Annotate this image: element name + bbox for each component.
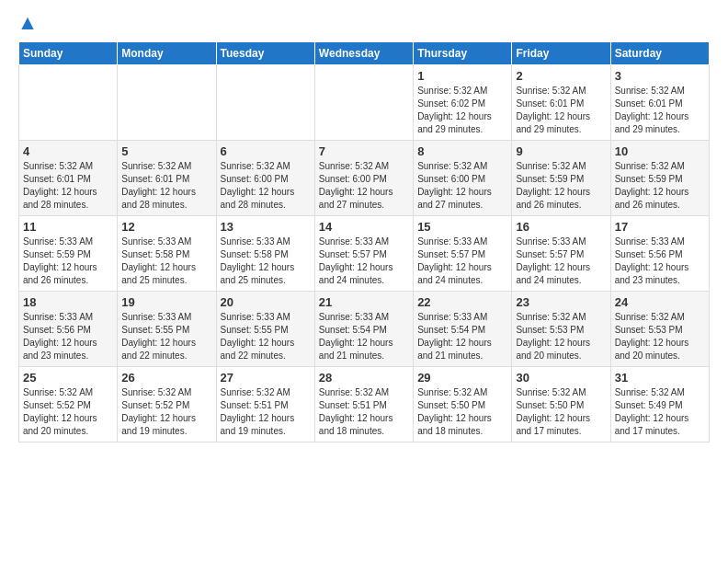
page-header — [18, 15, 710, 34]
day-info: Sunrise: 5:32 AM Sunset: 5:53 PM Dayligh… — [615, 311, 705, 362]
header-row: SundayMondayTuesdayWednesdayThursdayFrid… — [19, 42, 710, 65]
day-cell: 7Sunrise: 5:32 AM Sunset: 6:00 PM Daylig… — [314, 141, 413, 216]
day-info: Sunrise: 5:32 AM Sunset: 5:50 PM Dayligh… — [516, 386, 606, 438]
day-info: Sunrise: 5:32 AM Sunset: 5:59 PM Dayligh… — [516, 160, 606, 212]
day-number: 17 — [615, 220, 705, 234]
day-cell: 17Sunrise: 5:33 AM Sunset: 5:56 PM Dayli… — [610, 216, 709, 292]
day-info: Sunrise: 5:32 AM Sunset: 5:59 PM Dayligh… — [615, 160, 705, 212]
day-info: Sunrise: 5:33 AM Sunset: 5:59 PM Dayligh… — [23, 236, 113, 287]
day-cell: 29Sunrise: 5:32 AM Sunset: 5:50 PM Dayli… — [414, 367, 512, 442]
col-header-saturday: Saturday — [610, 42, 709, 65]
day-number: 15 — [417, 220, 507, 234]
day-info: Sunrise: 5:32 AM Sunset: 5:52 PM Dayligh… — [121, 386, 211, 438]
day-info: Sunrise: 5:32 AM Sunset: 5:53 PM Dayligh… — [516, 311, 606, 362]
svg-marker-0 — [21, 17, 33, 29]
week-row-1: 1Sunrise: 5:32 AM Sunset: 6:02 PM Daylig… — [19, 65, 710, 141]
day-number: 5 — [121, 144, 211, 158]
day-info: Sunrise: 5:33 AM Sunset: 5:58 PM Dayligh… — [121, 236, 211, 287]
day-number: 16 — [516, 220, 606, 234]
day-cell: 11Sunrise: 5:33 AM Sunset: 5:59 PM Dayli… — [19, 216, 118, 292]
day-cell: 12Sunrise: 5:33 AM Sunset: 5:58 PM Dayli… — [118, 216, 216, 292]
day-number: 24 — [615, 295, 705, 309]
day-info: Sunrise: 5:33 AM Sunset: 5:56 PM Dayligh… — [615, 236, 705, 287]
day-cell: 3Sunrise: 5:32 AM Sunset: 6:01 PM Daylig… — [610, 65, 709, 141]
col-header-thursday: Thursday — [414, 42, 512, 65]
day-number: 28 — [319, 371, 409, 385]
day-info: Sunrise: 5:33 AM Sunset: 5:54 PM Dayligh… — [319, 311, 409, 362]
day-info: Sunrise: 5:32 AM Sunset: 5:51 PM Dayligh… — [319, 386, 409, 438]
col-header-tuesday: Tuesday — [216, 42, 314, 65]
day-number: 12 — [121, 220, 211, 234]
day-info: Sunrise: 5:32 AM Sunset: 6:00 PM Dayligh… — [319, 160, 409, 212]
day-cell: 21Sunrise: 5:33 AM Sunset: 5:54 PM Dayli… — [314, 292, 413, 367]
day-info: Sunrise: 5:32 AM Sunset: 6:02 PM Dayligh… — [417, 85, 507, 136]
day-cell: 8Sunrise: 5:32 AM Sunset: 6:00 PM Daylig… — [414, 141, 512, 216]
day-info: Sunrise: 5:33 AM Sunset: 5:55 PM Dayligh… — [221, 311, 311, 362]
day-cell: 20Sunrise: 5:33 AM Sunset: 5:55 PM Dayli… — [216, 292, 314, 367]
day-number: 7 — [319, 144, 409, 158]
logo — [18, 15, 40, 34]
day-cell — [118, 65, 216, 141]
day-info: Sunrise: 5:32 AM Sunset: 5:50 PM Dayligh… — [417, 386, 507, 438]
day-info: Sunrise: 5:32 AM Sunset: 6:01 PM Dayligh… — [23, 160, 113, 212]
day-info: Sunrise: 5:33 AM Sunset: 5:56 PM Dayligh… — [23, 311, 113, 362]
day-number: 29 — [417, 371, 507, 385]
day-number: 4 — [23, 144, 113, 158]
week-row-3: 11Sunrise: 5:33 AM Sunset: 5:59 PM Dayli… — [19, 216, 710, 292]
day-cell: 1Sunrise: 5:32 AM Sunset: 6:02 PM Daylig… — [414, 65, 512, 141]
day-number: 14 — [319, 220, 409, 234]
day-number: 25 — [23, 371, 113, 385]
day-info: Sunrise: 5:33 AM Sunset: 5:58 PM Dayligh… — [221, 236, 311, 287]
day-info: Sunrise: 5:32 AM Sunset: 5:49 PM Dayligh… — [615, 386, 705, 438]
day-info: Sunrise: 5:32 AM Sunset: 6:01 PM Dayligh… — [516, 85, 606, 136]
day-number: 10 — [615, 144, 705, 158]
day-number: 6 — [221, 144, 311, 158]
day-number: 1 — [417, 69, 507, 83]
day-cell: 27Sunrise: 5:32 AM Sunset: 5:51 PM Dayli… — [216, 367, 314, 442]
day-cell — [314, 65, 413, 141]
day-number: 2 — [516, 69, 606, 83]
day-number: 21 — [319, 295, 409, 309]
day-cell: 16Sunrise: 5:33 AM Sunset: 5:57 PM Dayli… — [512, 216, 610, 292]
col-header-friday: Friday — [512, 42, 610, 65]
col-header-monday: Monday — [118, 42, 216, 65]
logo-icon — [18, 16, 37, 34]
day-info: Sunrise: 5:33 AM Sunset: 5:57 PM Dayligh… — [319, 236, 409, 287]
week-row-5: 25Sunrise: 5:32 AM Sunset: 5:52 PM Dayli… — [19, 367, 710, 442]
col-header-wednesday: Wednesday — [314, 42, 413, 65]
day-number: 30 — [516, 371, 606, 385]
day-cell: 10Sunrise: 5:32 AM Sunset: 5:59 PM Dayli… — [610, 141, 709, 216]
day-number: 23 — [516, 295, 606, 309]
day-cell: 9Sunrise: 5:32 AM Sunset: 5:59 PM Daylig… — [512, 141, 610, 216]
day-number: 13 — [221, 220, 311, 234]
week-row-4: 18Sunrise: 5:33 AM Sunset: 5:56 PM Dayli… — [19, 292, 710, 367]
day-cell: 14Sunrise: 5:33 AM Sunset: 5:57 PM Dayli… — [314, 216, 413, 292]
day-cell: 23Sunrise: 5:32 AM Sunset: 5:53 PM Dayli… — [512, 292, 610, 367]
day-cell: 28Sunrise: 5:32 AM Sunset: 5:51 PM Dayli… — [314, 367, 413, 442]
day-number: 19 — [121, 295, 211, 309]
day-number: 31 — [615, 371, 705, 385]
day-number: 26 — [121, 371, 211, 385]
day-info: Sunrise: 5:32 AM Sunset: 6:01 PM Dayligh… — [121, 160, 211, 212]
day-cell: 4Sunrise: 5:32 AM Sunset: 6:01 PM Daylig… — [19, 141, 118, 216]
day-info: Sunrise: 5:33 AM Sunset: 5:54 PM Dayligh… — [417, 311, 507, 362]
day-number: 20 — [221, 295, 311, 309]
day-cell — [19, 65, 118, 141]
day-cell — [216, 65, 314, 141]
day-cell: 30Sunrise: 5:32 AM Sunset: 5:50 PM Dayli… — [512, 367, 610, 442]
day-cell: 18Sunrise: 5:33 AM Sunset: 5:56 PM Dayli… — [19, 292, 118, 367]
day-number: 18 — [23, 295, 113, 309]
day-info: Sunrise: 5:33 AM Sunset: 5:57 PM Dayligh… — [516, 236, 606, 287]
day-cell: 6Sunrise: 5:32 AM Sunset: 6:00 PM Daylig… — [216, 141, 314, 216]
day-cell: 2Sunrise: 5:32 AM Sunset: 6:01 PM Daylig… — [512, 65, 610, 141]
day-info: Sunrise: 5:32 AM Sunset: 6:00 PM Dayligh… — [417, 160, 507, 212]
day-number: 27 — [221, 371, 311, 385]
day-info: Sunrise: 5:33 AM Sunset: 5:55 PM Dayligh… — [121, 311, 211, 362]
day-cell: 25Sunrise: 5:32 AM Sunset: 5:52 PM Dayli… — [19, 367, 118, 442]
day-number: 22 — [417, 295, 507, 309]
day-cell: 26Sunrise: 5:32 AM Sunset: 5:52 PM Dayli… — [118, 367, 216, 442]
day-info: Sunrise: 5:32 AM Sunset: 5:51 PM Dayligh… — [221, 386, 311, 438]
col-header-sunday: Sunday — [19, 42, 118, 65]
day-number: 9 — [516, 144, 606, 158]
day-cell: 31Sunrise: 5:32 AM Sunset: 5:49 PM Dayli… — [610, 367, 709, 442]
